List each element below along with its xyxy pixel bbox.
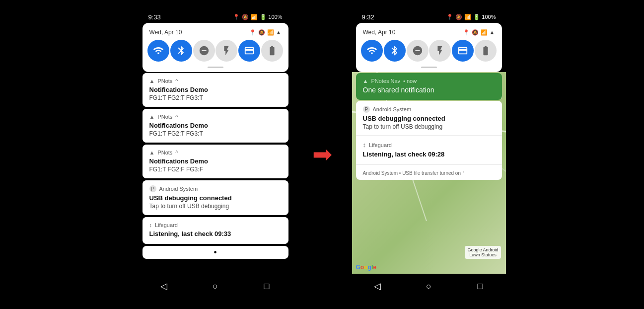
left-qs-status-icons: 📍 🔕 📶 ▲ [249,29,282,36]
left-qs-bluetooth-btn[interactable] [170,40,192,62]
left-qs-flashlight-btn[interactable] [215,40,237,62]
right-qs-mute-icon: 🔕 [472,29,479,36]
left-notif2-icon: ▲ [149,114,155,120]
left-status-icons: 📍 🔕 📶 🔋 100% [233,14,282,20]
left-notif3-app: PNots [157,150,172,155]
right-wifi-status-icon: 📶 [464,14,471,20]
right-qs-dnd-btn[interactable] [407,40,429,62]
qs-mute-icon: 🔕 [258,29,265,36]
right-qs-flashlight-btn[interactable] [429,40,451,62]
left-notif-usb-title: USB debugging connected [149,194,282,202]
left-status-bar: 9:33 📍 🔕 📶 🔋 100% [139,10,292,23]
left-notif-2[interactable]: ▲ PNots ^ Notifications Demo FG1:T FG2:T… [143,109,288,143]
left-notif-usb-app: Android System [159,186,198,192]
location-icon: 📍 [233,14,240,20]
left-qs-drag-handle [147,66,284,68]
right-back-btn[interactable]: ◁ [367,279,387,294]
qs-wifi-icon: 📶 [267,29,274,36]
left-recents-btn[interactable]: □ [257,279,277,294]
right-green-app: PNotes Nav [371,78,400,84]
mute-icon: 🔕 [242,14,249,20]
left-home-btn[interactable]: ○ [205,279,225,294]
left-notif-3[interactable]: ▲ PNots ^ Notifications Demo FG1:T FG2:F… [143,145,288,178]
map-poi-label: Google AndroidLawn Statues [465,246,501,259]
left-nav-bar: ◁ ○ □ [139,274,292,299]
left-notif-usb-icon: P [149,185,156,192]
right-qs-wifi-icon: 📶 [481,29,488,36]
left-back-btn[interactable]: ◁ [154,279,174,294]
right-qs-date-row: Wed, Apr 10 📍 🔕 📶 ▲ [361,29,497,40]
left-dot-indicator: • [143,246,288,259]
right-qs-battery-btn[interactable] [475,40,497,62]
left-notif1-app: PNots [157,78,172,84]
left-notif2-app: PNots [157,114,172,120]
right-qs-pay-btn[interactable] [452,40,474,62]
left-notif-lifeguard-icon: ↕ [149,222,152,228]
left-notif1-body: FG1:T FG2:T FG3:T [149,94,282,101]
left-notif1-caret: ^ [175,78,178,84]
right-qs-date: Wed, Apr 10 [363,29,396,36]
right-qs-location-icon: 📍 [463,29,470,36]
right-notif-overlay: ▲ PNotes Nav • now One shared notificati… [352,72,506,180]
wifi-status-icon: 📶 [251,14,258,20]
left-notif-1[interactable]: ▲ PNots ^ Notifications Demo FG1:T FG2:T… [143,73,288,107]
right-lifeguard-app: Lifeguard [369,142,392,148]
right-green-notif[interactable]: ▲ PNotes Nav • now One shared notificati… [356,73,502,100]
right-usb-file-transfer[interactable]: Android System • USB file transfer turne… [356,164,502,180]
right-status-icons: 📍 🔕 📶 🔋 100% [446,14,496,20]
right-nav-bar: ◁ ○ □ [352,274,506,299]
right-green-notif-wrapper[interactable]: ▲ PNotes Nav • now One shared notificati… [356,73,502,100]
right-mute-icon: 🔕 [455,14,462,20]
right-qs-status-icons: 📍 🔕 📶 ▲ [463,29,495,36]
left-notif-usb[interactable]: P Android System USB debugging connected… [143,180,288,215]
left-qs-date-row: Wed, Apr 10 📍 🔕 📶 ▲ [147,29,284,40]
right-green-time: • now [403,78,417,84]
right-usb-icon: P [363,106,370,113]
right-usb-file-label: Android System • USB file transfer turne… [363,170,465,176]
right-recents-btn[interactable]: □ [470,279,490,294]
right-phone: 9:32 📍 🔕 📶 🔋 100% Wed, Apr 10 📍 🔕 📶 ▲ [352,10,506,299]
right-usb-app: Android System [373,106,412,112]
direction-arrow: ➡ [312,143,332,166]
arrow-container: ➡ [312,143,332,166]
right-phone-body: Manage notifications STOP 2 T START 3 ST… [352,72,506,274]
google-logo: Google [356,264,376,271]
right-lifeguard-notif-wrapper[interactable]: ↕ Lifeguard Listening, last check 09:28 [356,136,502,164]
right-location-icon: 📍 [446,14,453,20]
right-home-btn[interactable]: ○ [419,279,438,294]
right-usb-notif-wrapper[interactable]: P Android System USB debugging connected… [356,101,502,136]
right-quick-settings: Wed, Apr 10 📍 🔕 📶 ▲ [356,23,502,72]
right-qs-buttons [361,40,497,66]
left-notif2-title: Notifications Demo [149,122,282,129]
right-time: 9:32 [362,13,374,21]
left-notif3-title: Notifications Demo [149,157,282,165]
right-qs-wifi-btn[interactable] [361,40,383,62]
left-phone: 9:33 📍 🔕 📶 🔋 100% Wed, Apr 10 📍 🔕 📶 ▲ [139,10,292,299]
left-qs-dnd-btn[interactable] [193,40,215,62]
left-notif-lifeguard[interactable]: ↕ Lifeguard Listening, last check 09:33 [143,217,288,244]
battery-status: 🔋 100% [260,14,282,20]
left-qs-pay-btn[interactable] [238,40,260,62]
left-time: 9:33 [148,13,161,21]
right-qs-bluetooth-btn[interactable] [384,40,406,62]
left-qs-battery-btn[interactable] [261,40,283,62]
right-battery-status: 🔋 100% [473,14,496,20]
left-notif2-caret: ^ [175,114,178,120]
left-qs-date: Wed, Apr 10 [149,29,182,36]
left-qs-wifi-btn[interactable] [147,40,169,62]
left-notif-lifeguard-title: Listening, last check 09:33 [149,230,282,237]
right-lifeguard-icon: ↕ [363,141,366,149]
left-notif1-title: Notifications Demo [149,86,282,93]
right-qs-drag-handle [361,66,497,68]
left-notif3-body: FG1:T FG2:F FG3:F [149,166,282,173]
right-qs-signal-icon: ▲ [490,29,495,35]
right-green-title: One shared notification [363,86,495,94]
left-notif-usb-body: Tap to turn off USB debugging [149,203,282,210]
left-notif1-icon: ▲ [149,78,155,84]
qs-location-icon: 📍 [249,29,256,36]
right-lifeguard-title: Listening, last check 09:28 [363,151,495,158]
left-notif2-body: FG1:T FG2:T FG3:T [149,130,282,137]
left-qs-buttons [147,40,284,66]
left-notif-lifeguard-app: Lifeguard [155,222,178,228]
right-green-icon: ▲ [363,78,368,84]
